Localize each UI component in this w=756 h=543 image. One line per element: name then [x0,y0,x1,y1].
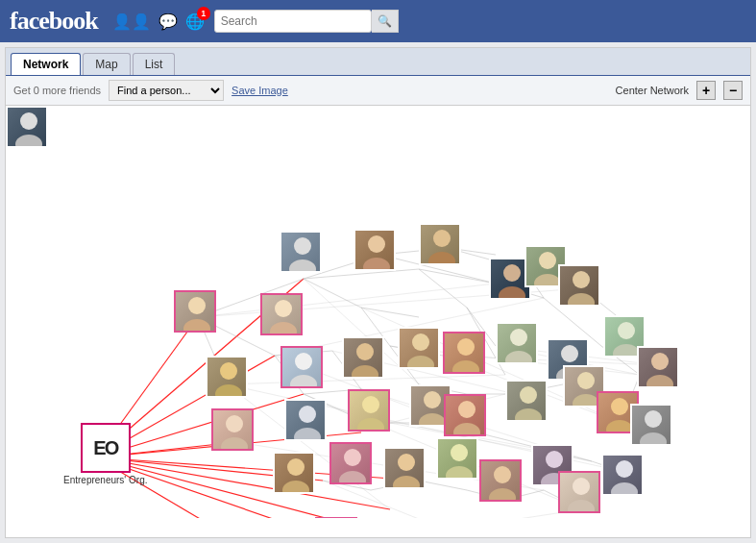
profile-node[interactable] [630,404,672,446]
svg-point-100 [503,264,521,282]
profile-node[interactable] [211,408,254,451]
profile-node[interactable] [273,452,315,494]
profile-node[interactable] [174,290,216,333]
network-toolbar: Get 0 more friends Find a person... Save… [6,76,750,106]
nav-icons: 👤👤 💬 🌐 1 [112,12,205,31]
svg-point-105 [270,322,297,335]
svg-point-120 [457,338,475,356]
svg-line-28 [419,269,496,284]
svg-point-102 [188,297,206,314]
svg-point-95 [289,259,316,273]
svg-point-142 [577,372,595,389]
search-form: 🔍 [214,10,399,33]
tab-map[interactable]: Map [83,53,130,75]
profile-node[interactable] [329,442,372,484]
svg-point-110 [573,271,590,288]
profile-node[interactable] [505,380,548,422]
profile-node[interactable] [260,293,303,335]
svg-line-77 [265,509,582,518]
svg-point-108 [539,252,556,269]
profile-node[interactable] [637,346,679,388]
svg-point-119 [407,356,434,369]
profile-node[interactable] [436,437,478,480]
svg-point-99 [428,252,455,265]
search-input[interactable] [214,10,372,33]
svg-point-163 [611,482,638,496]
zoom-in-button[interactable]: + [696,81,716,100]
svg-point-146 [645,410,662,428]
tab-list[interactable]: List [133,53,176,75]
profile-node[interactable] [601,454,644,496]
svg-point-162 [616,460,633,478]
facebook-logo: facebook [10,7,98,36]
eo-organization-node[interactable]: EO Entrepreneurs' Org. [63,423,148,485]
svg-point-155 [446,466,473,480]
svg-line-26 [361,308,419,317]
profile-node[interactable] [444,394,486,436]
profile-node[interactable] [443,332,485,374]
svg-point-147 [640,432,667,446]
svg-point-156 [494,466,511,483]
find-person-dropdown[interactable]: Find a person... [109,80,224,101]
svg-point-150 [344,449,361,466]
profile-node[interactable] [342,336,384,379]
svg-point-131 [221,437,248,451]
friends-icon[interactable]: 👤👤 [112,12,151,31]
zoom-out-button[interactable]: − [723,81,743,100]
svg-point-157 [489,488,516,502]
profile-node[interactable] [354,229,396,271]
svg-point-122 [510,329,527,346]
profile-node[interactable] [383,447,426,489]
svg-point-101 [499,286,525,300]
profile-node[interactable] [419,223,461,265]
profile-node[interactable] [280,346,323,388]
tab-network[interactable]: Network [11,53,81,75]
svg-point-143 [573,394,599,407]
svg-point-98 [433,230,451,247]
network-visualization: EO Entrepreneurs' Org. [6,106,750,518]
svg-point-145 [606,420,633,433]
svg-point-149 [282,481,309,494]
center-network-label: Center Network [616,85,689,96]
messages-icon[interactable]: 💬 [159,12,178,31]
svg-point-135 [357,418,384,432]
eo-label: Entrepreneurs' Org. [63,475,148,485]
search-button[interactable]: 🔍 [372,10,399,33]
tab-bar: Network Map List [6,48,750,76]
profile-node[interactable] [6,106,48,148]
save-image-button[interactable]: Save Image [232,85,288,96]
eo-logo: EO [81,423,131,473]
profile-node[interactable] [284,399,327,441]
profile-node[interactable] [398,327,440,369]
svg-point-94 [294,237,311,255]
svg-point-127 [613,344,640,358]
profile-node[interactable] [348,389,390,432]
svg-point-107 [15,135,42,148]
profile-node[interactable] [479,459,522,502]
profile-node[interactable] [558,264,600,307]
profile-node[interactable] [280,231,322,273]
svg-point-109 [534,274,561,287]
svg-point-124 [561,345,578,362]
svg-point-137 [419,413,446,427]
svg-point-144 [611,398,628,415]
svg-point-154 [451,444,468,461]
svg-point-148 [287,458,305,476]
profile-node[interactable] [315,517,357,518]
svg-point-103 [183,319,210,333]
get-friends-label: Get 0 more friends [13,85,101,96]
profile-node[interactable] [496,322,538,364]
profile-node[interactable] [558,471,600,513]
svg-line-29 [419,269,467,308]
svg-line-66 [198,284,496,317]
svg-point-104 [275,300,292,317]
notifications-icon[interactable]: 🌐 1 [185,12,205,31]
profile-node[interactable] [206,356,248,398]
svg-point-134 [362,396,379,413]
svg-point-115 [290,375,317,388]
svg-point-130 [226,415,243,432]
svg-point-129 [646,375,673,388]
svg-point-111 [568,293,595,307]
svg-point-106 [20,112,37,130]
svg-point-133 [294,428,321,441]
